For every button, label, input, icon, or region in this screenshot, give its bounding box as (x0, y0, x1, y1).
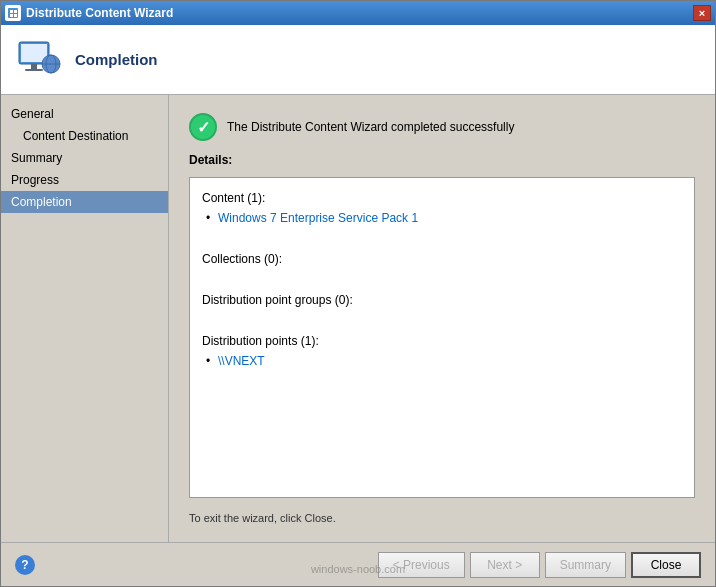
next-button[interactable]: Next > (470, 552, 540, 578)
svg-rect-4 (14, 14, 17, 17)
window-title: Distribute Content Wizard (26, 6, 173, 20)
close-button[interactable]: Close (631, 552, 701, 578)
main-content: ✓ The Distribute Content Wizard complete… (169, 95, 715, 542)
success-banner: ✓ The Distribute Content Wizard complete… (189, 113, 695, 141)
svg-rect-3 (10, 14, 13, 17)
success-icon: ✓ (189, 113, 217, 141)
sidebar-item-summary[interactable]: Summary (1, 147, 168, 169)
sidebar: General Content Destination Summary Prog… (1, 95, 169, 542)
details-box: Content (1): Windows 7 Enterprise Servic… (189, 177, 695, 498)
dist-points-section-title: Distribution points (1): (202, 331, 682, 351)
success-message: The Distribute Content Wizard completed … (227, 120, 514, 134)
sidebar-item-general[interactable]: General (1, 103, 168, 125)
close-window-button[interactable]: × (693, 5, 711, 21)
details-label: Details: (189, 153, 695, 167)
title-bar: Distribute Content Wizard × (1, 1, 715, 25)
svg-rect-7 (31, 64, 37, 69)
svg-rect-8 (25, 69, 43, 71)
svg-rect-1 (10, 10, 13, 13)
footer: ? < Previous Next > Summary Close (1, 542, 715, 586)
previous-button[interactable]: < Previous (378, 552, 465, 578)
window: Distribute Content Wizard × Completion G… (0, 0, 716, 587)
summary-button[interactable]: Summary (545, 552, 626, 578)
content-item: Windows 7 Enterprise Service Pack 1 (202, 208, 682, 228)
window-icon (5, 5, 21, 21)
header-icon (15, 36, 63, 84)
sidebar-item-completion[interactable]: Completion (1, 191, 168, 213)
svg-rect-2 (14, 10, 17, 13)
dist-groups-section-title: Distribution point groups (0): (202, 290, 682, 310)
exit-text: To exit the wizard, click Close. (189, 512, 695, 524)
header-title: Completion (75, 51, 158, 68)
header: Completion (1, 25, 715, 95)
sidebar-item-content-destination[interactable]: Content Destination (1, 125, 168, 147)
content-area: General Content Destination Summary Prog… (1, 95, 715, 542)
collections-section-title: Collections (0): (202, 249, 682, 269)
help-button[interactable]: ? (15, 555, 35, 575)
content-section-title: Content (1): (202, 188, 682, 208)
footer-buttons: < Previous Next > Summary Close (378, 552, 701, 578)
sidebar-item-progress[interactable]: Progress (1, 169, 168, 191)
dist-points-item: \\VNEXT (202, 351, 682, 371)
